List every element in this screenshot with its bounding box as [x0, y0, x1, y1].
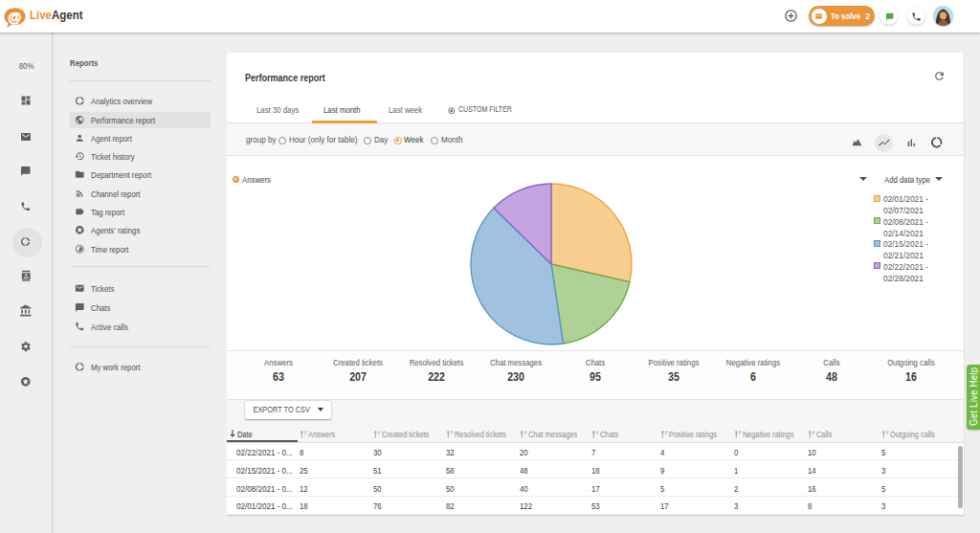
svg-text:@: @ — [8, 10, 21, 25]
